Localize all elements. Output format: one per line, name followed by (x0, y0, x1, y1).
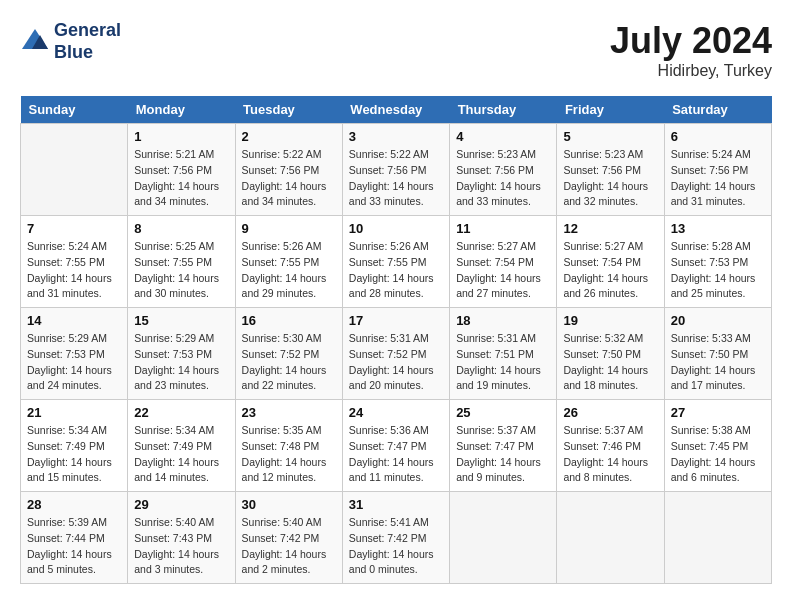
day-number: 17 (349, 313, 443, 328)
day-info: Sunrise: 5:37 AM Sunset: 7:46 PM Dayligh… (563, 423, 657, 486)
day-info: Sunrise: 5:39 AM Sunset: 7:44 PM Dayligh… (27, 515, 121, 578)
day-number: 1 (134, 129, 228, 144)
calendar-cell: 12 Sunrise: 5:27 AM Sunset: 7:54 PM Dayl… (557, 216, 664, 308)
day-info: Sunrise: 5:25 AM Sunset: 7:55 PM Dayligh… (134, 239, 228, 302)
day-number: 9 (242, 221, 336, 236)
month-year: July 2024 (610, 20, 772, 62)
day-number: 3 (349, 129, 443, 144)
calendar-cell: 6 Sunrise: 5:24 AM Sunset: 7:56 PM Dayli… (664, 124, 771, 216)
title-block: July 2024 Hidirbey, Turkey (610, 20, 772, 80)
day-info: Sunrise: 5:27 AM Sunset: 7:54 PM Dayligh… (456, 239, 550, 302)
day-number: 28 (27, 497, 121, 512)
weekday-header-tuesday: Tuesday (235, 96, 342, 124)
day-number: 6 (671, 129, 765, 144)
day-number: 2 (242, 129, 336, 144)
calendar-week-3: 14 Sunrise: 5:29 AM Sunset: 7:53 PM Dayl… (21, 308, 772, 400)
weekday-header-saturday: Saturday (664, 96, 771, 124)
calendar-cell: 8 Sunrise: 5:25 AM Sunset: 7:55 PM Dayli… (128, 216, 235, 308)
calendar-cell: 24 Sunrise: 5:36 AM Sunset: 7:47 PM Dayl… (342, 400, 449, 492)
day-number: 10 (349, 221, 443, 236)
calendar-week-4: 21 Sunrise: 5:34 AM Sunset: 7:49 PM Dayl… (21, 400, 772, 492)
weekday-row: SundayMondayTuesdayWednesdayThursdayFrid… (21, 96, 772, 124)
day-info: Sunrise: 5:21 AM Sunset: 7:56 PM Dayligh… (134, 147, 228, 210)
calendar-cell (21, 124, 128, 216)
day-number: 8 (134, 221, 228, 236)
day-number: 12 (563, 221, 657, 236)
day-number: 14 (27, 313, 121, 328)
day-info: Sunrise: 5:40 AM Sunset: 7:42 PM Dayligh… (242, 515, 336, 578)
day-info: Sunrise: 5:28 AM Sunset: 7:53 PM Dayligh… (671, 239, 765, 302)
calendar-cell: 29 Sunrise: 5:40 AM Sunset: 7:43 PM Dayl… (128, 492, 235, 584)
calendar-cell: 2 Sunrise: 5:22 AM Sunset: 7:56 PM Dayli… (235, 124, 342, 216)
calendar-cell (450, 492, 557, 584)
day-number: 23 (242, 405, 336, 420)
calendar-week-5: 28 Sunrise: 5:39 AM Sunset: 7:44 PM Dayl… (21, 492, 772, 584)
day-info: Sunrise: 5:31 AM Sunset: 7:51 PM Dayligh… (456, 331, 550, 394)
day-number: 20 (671, 313, 765, 328)
calendar-cell: 21 Sunrise: 5:34 AM Sunset: 7:49 PM Dayl… (21, 400, 128, 492)
calendar-body: 1 Sunrise: 5:21 AM Sunset: 7:56 PM Dayli… (21, 124, 772, 584)
calendar-week-1: 1 Sunrise: 5:21 AM Sunset: 7:56 PM Dayli… (21, 124, 772, 216)
calendar-cell: 5 Sunrise: 5:23 AM Sunset: 7:56 PM Dayli… (557, 124, 664, 216)
calendar-cell: 1 Sunrise: 5:21 AM Sunset: 7:56 PM Dayli… (128, 124, 235, 216)
weekday-header-friday: Friday (557, 96, 664, 124)
day-info: Sunrise: 5:23 AM Sunset: 7:56 PM Dayligh… (456, 147, 550, 210)
calendar-cell: 26 Sunrise: 5:37 AM Sunset: 7:46 PM Dayl… (557, 400, 664, 492)
day-info: Sunrise: 5:37 AM Sunset: 7:47 PM Dayligh… (456, 423, 550, 486)
calendar-cell: 9 Sunrise: 5:26 AM Sunset: 7:55 PM Dayli… (235, 216, 342, 308)
day-number: 21 (27, 405, 121, 420)
day-info: Sunrise: 5:24 AM Sunset: 7:55 PM Dayligh… (27, 239, 121, 302)
day-info: Sunrise: 5:33 AM Sunset: 7:50 PM Dayligh… (671, 331, 765, 394)
day-number: 31 (349, 497, 443, 512)
day-info: Sunrise: 5:26 AM Sunset: 7:55 PM Dayligh… (242, 239, 336, 302)
day-number: 25 (456, 405, 550, 420)
calendar-cell: 18 Sunrise: 5:31 AM Sunset: 7:51 PM Dayl… (450, 308, 557, 400)
day-info: Sunrise: 5:29 AM Sunset: 7:53 PM Dayligh… (134, 331, 228, 394)
day-number: 5 (563, 129, 657, 144)
page-header: General Blue July 2024 Hidirbey, Turkey (20, 20, 772, 80)
calendar-cell: 19 Sunrise: 5:32 AM Sunset: 7:50 PM Dayl… (557, 308, 664, 400)
day-info: Sunrise: 5:31 AM Sunset: 7:52 PM Dayligh… (349, 331, 443, 394)
day-info: Sunrise: 5:34 AM Sunset: 7:49 PM Dayligh… (27, 423, 121, 486)
day-number: 30 (242, 497, 336, 512)
day-info: Sunrise: 5:24 AM Sunset: 7:56 PM Dayligh… (671, 147, 765, 210)
calendar-cell: 11 Sunrise: 5:27 AM Sunset: 7:54 PM Dayl… (450, 216, 557, 308)
logo-icon (20, 27, 50, 57)
calendar-header: SundayMondayTuesdayWednesdayThursdayFrid… (21, 96, 772, 124)
day-number: 15 (134, 313, 228, 328)
weekday-header-wednesday: Wednesday (342, 96, 449, 124)
calendar-cell (664, 492, 771, 584)
location: Hidirbey, Turkey (610, 62, 772, 80)
day-info: Sunrise: 5:38 AM Sunset: 7:45 PM Dayligh… (671, 423, 765, 486)
weekday-header-thursday: Thursday (450, 96, 557, 124)
day-info: Sunrise: 5:29 AM Sunset: 7:53 PM Dayligh… (27, 331, 121, 394)
day-info: Sunrise: 5:41 AM Sunset: 7:42 PM Dayligh… (349, 515, 443, 578)
day-info: Sunrise: 5:22 AM Sunset: 7:56 PM Dayligh… (242, 147, 336, 210)
calendar-cell: 7 Sunrise: 5:24 AM Sunset: 7:55 PM Dayli… (21, 216, 128, 308)
day-number: 27 (671, 405, 765, 420)
calendar-cell: 14 Sunrise: 5:29 AM Sunset: 7:53 PM Dayl… (21, 308, 128, 400)
calendar-cell (557, 492, 664, 584)
day-number: 11 (456, 221, 550, 236)
calendar-week-2: 7 Sunrise: 5:24 AM Sunset: 7:55 PM Dayli… (21, 216, 772, 308)
calendar-cell: 30 Sunrise: 5:40 AM Sunset: 7:42 PM Dayl… (235, 492, 342, 584)
logo-text: General Blue (54, 20, 121, 63)
calendar-cell: 28 Sunrise: 5:39 AM Sunset: 7:44 PM Dayl… (21, 492, 128, 584)
day-info: Sunrise: 5:34 AM Sunset: 7:49 PM Dayligh… (134, 423, 228, 486)
day-info: Sunrise: 5:40 AM Sunset: 7:43 PM Dayligh… (134, 515, 228, 578)
calendar-cell: 10 Sunrise: 5:26 AM Sunset: 7:55 PM Dayl… (342, 216, 449, 308)
calendar-table: SundayMondayTuesdayWednesdayThursdayFrid… (20, 96, 772, 584)
calendar-cell: 23 Sunrise: 5:35 AM Sunset: 7:48 PM Dayl… (235, 400, 342, 492)
calendar-cell: 15 Sunrise: 5:29 AM Sunset: 7:53 PM Dayl… (128, 308, 235, 400)
calendar-cell: 31 Sunrise: 5:41 AM Sunset: 7:42 PM Dayl… (342, 492, 449, 584)
day-number: 19 (563, 313, 657, 328)
day-number: 26 (563, 405, 657, 420)
day-number: 24 (349, 405, 443, 420)
day-info: Sunrise: 5:32 AM Sunset: 7:50 PM Dayligh… (563, 331, 657, 394)
calendar-cell: 22 Sunrise: 5:34 AM Sunset: 7:49 PM Dayl… (128, 400, 235, 492)
day-number: 7 (27, 221, 121, 236)
calendar-cell: 25 Sunrise: 5:37 AM Sunset: 7:47 PM Dayl… (450, 400, 557, 492)
day-number: 13 (671, 221, 765, 236)
day-info: Sunrise: 5:26 AM Sunset: 7:55 PM Dayligh… (349, 239, 443, 302)
day-info: Sunrise: 5:36 AM Sunset: 7:47 PM Dayligh… (349, 423, 443, 486)
